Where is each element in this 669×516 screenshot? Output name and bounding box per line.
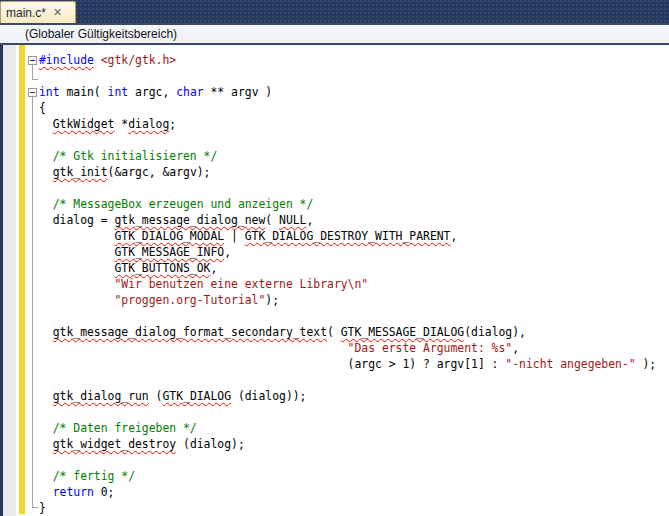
code-token: gtk_init bbox=[53, 165, 108, 179]
code-token: (dialog)); bbox=[231, 389, 306, 403]
code-token: gtk_widget_destroy bbox=[53, 437, 176, 451]
code-token: /* Gtk initialisieren */ bbox=[53, 149, 218, 163]
code-token bbox=[39, 469, 53, 483]
code-line[interactable]: "proggen.org-Tutorial"); bbox=[39, 292, 669, 308]
code-token: ); bbox=[636, 357, 657, 371]
code-token: gtk_message_dialog_format_secondary_text bbox=[53, 325, 327, 339]
tab-main-c[interactable]: main.c* ✕ bbox=[0, 1, 76, 23]
code-token: <gtk/gtk.h> bbox=[101, 53, 176, 67]
code-line[interactable] bbox=[39, 404, 669, 420]
code-token bbox=[39, 437, 53, 451]
code-token: ( bbox=[149, 389, 163, 403]
code-token: , bbox=[512, 341, 519, 355]
code-token: (dialog), bbox=[464, 325, 526, 339]
code-token: GTK_DIALOG_MODAL bbox=[114, 229, 224, 243]
code-line[interactable] bbox=[39, 452, 669, 468]
code-token: dialog = bbox=[39, 213, 114, 227]
code-line[interactable]: dialog = gtk_message_dialog_new( NULL, bbox=[39, 212, 669, 228]
code-token: , bbox=[450, 229, 457, 243]
code-token: GTK_MESSAGE_DIALOG bbox=[341, 325, 464, 339]
code-token: "Das erste Argument: %s" bbox=[348, 341, 513, 355]
code-line[interactable]: { bbox=[39, 100, 669, 116]
code-token bbox=[39, 229, 114, 243]
code-line[interactable]: gtk_widget_destroy (dialog); bbox=[39, 436, 669, 452]
code-line[interactable]: gtk_dialog_run (GTK_DIALOG (dialog)); bbox=[39, 388, 669, 404]
code-token: GTK_MESSAGE_INFO bbox=[114, 245, 224, 259]
code-token: ** argv ) bbox=[204, 85, 273, 99]
code-token bbox=[39, 245, 114, 259]
code-token: "Wir benutzen eine externe Library\n" bbox=[114, 277, 368, 291]
code-token: , bbox=[306, 213, 313, 227]
code-line[interactable]: /* Daten freigeben */ bbox=[39, 420, 669, 436]
code-line[interactable]: int main( int argc, char ** argv ) bbox=[39, 84, 669, 100]
code-token: GTK_BUTTONS_OK bbox=[114, 261, 210, 275]
code-token: int bbox=[108, 85, 129, 99]
code-token: * bbox=[114, 117, 128, 131]
code-token bbox=[39, 325, 53, 339]
code-line[interactable]: /* MessageBox erzeugen und anzeigen */ bbox=[39, 196, 669, 212]
code-line[interactable]: GtkWidget *dialog; bbox=[39, 116, 669, 132]
navigation-bar: (Globaler Gültigkeitsbereich) bbox=[0, 23, 669, 45]
code-line[interactable] bbox=[39, 372, 669, 388]
code-editor-window: main.c* ✕ (Globaler Gültigkeitsbereich) … bbox=[0, 0, 669, 516]
code-token: | bbox=[224, 229, 245, 243]
code-token bbox=[39, 261, 114, 275]
editor-area[interactable]: #include <gtk/gtk.h>int main( int argc, … bbox=[0, 45, 669, 516]
code-token: 0; bbox=[94, 485, 115, 499]
tab-strip: main.c* ✕ bbox=[0, 0, 669, 23]
code-line[interactable]: /* Gtk initialisieren */ bbox=[39, 148, 669, 164]
code-token: , bbox=[210, 261, 217, 275]
code-token: gtk_message_dialog_new bbox=[114, 213, 265, 227]
code-line[interactable]: /* fertig */ bbox=[39, 468, 669, 484]
code-token: /* fertig */ bbox=[53, 469, 135, 483]
code-line[interactable]: gtk_message_dialog_format_secondary_text… bbox=[39, 324, 669, 340]
code-token: "proggen.org-Tutorial" bbox=[114, 293, 265, 307]
code-token: (&argc, &argv); bbox=[108, 165, 211, 179]
code-token: GTK_DIALOG bbox=[162, 389, 231, 403]
code-line[interactable] bbox=[39, 180, 669, 196]
code-line[interactable] bbox=[39, 132, 669, 148]
close-icon[interactable]: ✕ bbox=[53, 7, 62, 18]
code-token: /* MessageBox erzeugen und anzeigen */ bbox=[53, 197, 314, 211]
code-token bbox=[39, 197, 53, 211]
code-line[interactable]: #include <gtk/gtk.h> bbox=[39, 52, 669, 68]
code-token: } bbox=[39, 501, 46, 515]
code-line[interactable]: "Das erste Argument: %s", bbox=[39, 340, 669, 356]
code-area[interactable]: #include <gtk/gtk.h>int main( int argc, … bbox=[0, 45, 669, 516]
code-line[interactable]: "Wir benutzen eine externe Library\n" bbox=[39, 276, 669, 292]
code-token bbox=[39, 421, 53, 435]
code-line[interactable]: } bbox=[39, 500, 669, 516]
code-line[interactable] bbox=[39, 308, 669, 324]
code-token bbox=[39, 149, 53, 163]
code-token bbox=[39, 293, 114, 307]
code-token: int bbox=[39, 85, 60, 99]
code-token bbox=[39, 389, 53, 403]
code-token: #include bbox=[39, 53, 94, 67]
code-line[interactable]: (argc > 1) ? argv[1] : "-nicht angegeben… bbox=[39, 356, 669, 372]
code-line[interactable]: GTK_BUTTONS_OK, bbox=[39, 260, 669, 276]
code-line[interactable]: return 0; bbox=[39, 484, 669, 500]
code-token: NULL bbox=[279, 213, 306, 227]
code-token bbox=[94, 53, 101, 67]
code-token: GTK_DIALOG_DESTROY_WITH_PARENT bbox=[245, 229, 451, 243]
code-token bbox=[39, 165, 53, 179]
code-token: argc, bbox=[128, 85, 176, 99]
code-token: ( bbox=[327, 325, 341, 339]
code-line[interactable]: gtk_init(&argc, &argv); bbox=[39, 164, 669, 180]
code-token bbox=[39, 485, 53, 499]
code-token: ); bbox=[265, 293, 279, 307]
code-token: ; bbox=[169, 117, 176, 131]
code-token bbox=[39, 357, 348, 371]
code-token: /* Daten freigeben */ bbox=[53, 421, 197, 435]
code-line[interactable]: GTK_MESSAGE_INFO, bbox=[39, 244, 669, 260]
code-line[interactable] bbox=[39, 68, 669, 84]
code-token bbox=[39, 277, 114, 291]
code-token: main( bbox=[60, 85, 108, 99]
code-token: (argc > 1) ? argv[1] : bbox=[348, 357, 506, 371]
code-token: "-nicht angegeben-" bbox=[505, 357, 635, 371]
code-token: , bbox=[224, 245, 231, 259]
code-token: ( bbox=[265, 213, 279, 227]
code-line[interactable]: GTK_DIALOG_MODAL | GTK_DIALOG_DESTROY_WI… bbox=[39, 228, 669, 244]
scope-dropdown[interactable]: (Globaler Gültigkeitsbereich) bbox=[0, 27, 177, 41]
code-token: (dialog); bbox=[176, 437, 245, 451]
